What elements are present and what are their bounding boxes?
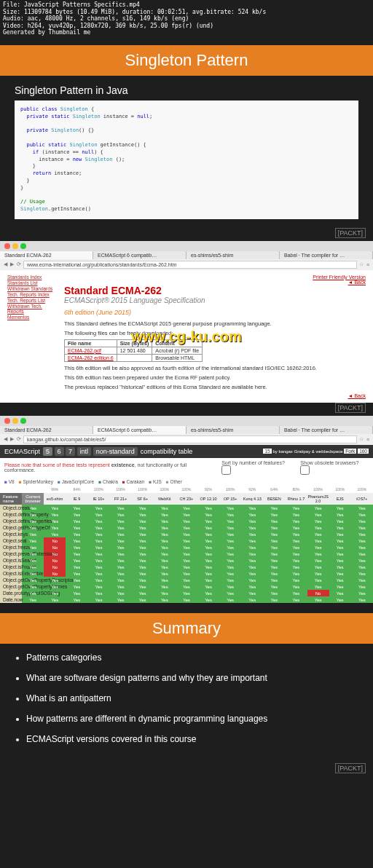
video-metadata: File: JavaScript Patterns Specifics.mp4 … (0, 0, 373, 38)
minimize-icon[interactable] (12, 243, 18, 249)
feature-name[interactable]: Object.getOwnPropertyDescriptor (0, 577, 22, 583)
fork-button[interactable]: Fork (344, 449, 356, 454)
maximize-icon[interactable] (20, 243, 26, 249)
slide-subtitle: Singleton Pattern in Java (0, 76, 373, 100)
reload-icon[interactable]: ⟳ (16, 436, 22, 442)
close-icon[interactable] (4, 243, 10, 249)
packt-logo: [PACKT] (0, 403, 373, 416)
ecma-sidenav: Standards IndexStandards ListWithdrawn S… (7, 275, 58, 398)
menu-icon[interactable]: ≡ (366, 437, 370, 442)
slide-title: Singleton Pattern (0, 45, 373, 76)
feature-name[interactable]: Date.prototype.toISOString (0, 590, 22, 596)
feature-name[interactable]: Object.seal (0, 537, 22, 544)
back-link[interactable]: ◄ Back (64, 393, 366, 398)
browser-tab[interactable]: ECMAScript 6 compatib… (93, 251, 186, 259)
url-input[interactable]: www.ecma-international.org/publications/… (23, 261, 357, 269)
compat-table: 99%84%100%100%100%100%100%92%100%92%64%8… (0, 486, 373, 603)
browser-ecma: Standard ECMA-262ECMAScript 6 compatib…e… (0, 241, 373, 403)
feature-name[interactable]: Object.isFrozen (0, 564, 22, 570)
download-link[interactable]: ECMA-262.pdf (68, 348, 101, 353)
summary-item: Patterns categories (26, 652, 358, 663)
feature-name[interactable]: Object.getOwnPropertyNames (0, 583, 22, 590)
browser-tab[interactable]: Standard ECMA-262 (0, 251, 93, 259)
url-input[interactable]: kangax.github.io/compat-table/es5/ (23, 435, 357, 443)
star-icon[interactable]: ☆ (358, 261, 364, 267)
obsolete-checkbox[interactable] (300, 465, 310, 475)
watermark: www.cg-ku.com (131, 328, 242, 344)
sidenav-link[interactable]: Standards List (7, 280, 58, 285)
browser-tab[interactable]: Babel · The compiler for … (280, 251, 373, 259)
sidenav-link[interactable]: Withdrawn Standards (7, 286, 58, 291)
sidenav-link[interactable]: Tech. Reports Index (7, 292, 58, 297)
sidenav-link[interactable]: Withdrawn Tech. Reports (7, 304, 58, 314)
feature-name[interactable]: Object.defineProperty (0, 511, 22, 518)
summary-item: How patterns are different in dynamic pr… (26, 714, 358, 724)
es-version-tab[interactable]: 7 (66, 447, 75, 456)
summary-item: What is an antipattern (26, 693, 358, 703)
es-version-tab[interactable]: intl (77, 447, 92, 456)
browser-tab[interactable]: es-shims/es5-shim (186, 426, 280, 434)
close-icon[interactable] (4, 418, 10, 424)
ecma-edition: 6th edition (June 2015) (64, 309, 366, 316)
download-link[interactable]: ECMA-262 edition 6 (68, 355, 114, 360)
summary-item: What are software design patterns and wh… (26, 673, 358, 683)
minimize-icon[interactable] (12, 418, 18, 424)
reload-icon[interactable]: ⟳ (16, 261, 22, 267)
packt-logo: [PACKT] (0, 228, 373, 241)
summary-list: Patterns categoriesWhat are software des… (0, 644, 373, 763)
maximize-icon[interactable] (20, 418, 26, 424)
ecma-title: Standard ECMA-262 (64, 285, 366, 296)
compat-header: ECMAScript 5 6 7 intl non-standard compa… (0, 445, 373, 458)
browser-tab[interactable]: Babel · The compiler for … (280, 426, 373, 434)
packt-logo: [PACKT] (0, 763, 373, 776)
feature-name[interactable]: Date.now (0, 596, 22, 603)
code-block: public class Singleton { private static … (15, 100, 358, 219)
ecma-subtitle: ECMAScript® 2015 Language Specification (64, 296, 366, 304)
es-version-tab[interactable]: 6 (55, 447, 64, 456)
sidenav-link[interactable]: Mementos (7, 315, 58, 320)
sort-checkbox[interactable] (221, 465, 231, 475)
feature-name[interactable]: Object.create (0, 505, 22, 511)
menu-icon[interactable]: ≡ (366, 262, 370, 267)
feature-name[interactable]: Object.keys (0, 531, 22, 537)
star-icon[interactable]: ☆ (358, 436, 364, 442)
summary-item: ECMAScript versions covered in this cour… (26, 734, 358, 744)
back-icon[interactable]: ◀ (3, 436, 8, 442)
sidenav-link[interactable]: Standards Index (7, 275, 58, 280)
browser-tab[interactable]: ECMAScript 6 compatib… (93, 426, 186, 434)
browser-tab[interactable]: Standard ECMA-262 (0, 426, 93, 434)
forward-icon[interactable]: ▶ (9, 436, 15, 442)
feature-name[interactable]: Object.getPrototypeOf (0, 524, 22, 531)
feature-name[interactable]: Object.preventExtensions (0, 551, 22, 557)
back-icon[interactable]: ◀ (3, 261, 8, 267)
feature-name[interactable]: Object.isSealed (0, 557, 22, 564)
sidenav-link[interactable]: Tech. Reports List (7, 298, 58, 303)
es-version-tab[interactable]: non-standard (93, 447, 138, 456)
feature-name[interactable]: Object.defineProperties (0, 518, 22, 524)
browser-tab[interactable]: es-shims/es5-shim (186, 251, 280, 259)
feature-name[interactable]: Object.isExtensible (0, 570, 22, 577)
es-version-tab[interactable]: 5 (43, 447, 52, 456)
printer-friendly-link[interactable]: Printer Friendly Version (64, 275, 366, 280)
here-link[interactable]: here (255, 384, 266, 390)
forward-icon[interactable]: ▶ (9, 261, 15, 267)
browser-compat: Standard ECMA-262ECMAScript 6 compatib…e… (0, 416, 373, 603)
summary-title: Summary (0, 613, 373, 644)
back-link[interactable]: ◄ Back (64, 280, 366, 285)
feature-name[interactable]: Object.freeze (0, 544, 22, 551)
